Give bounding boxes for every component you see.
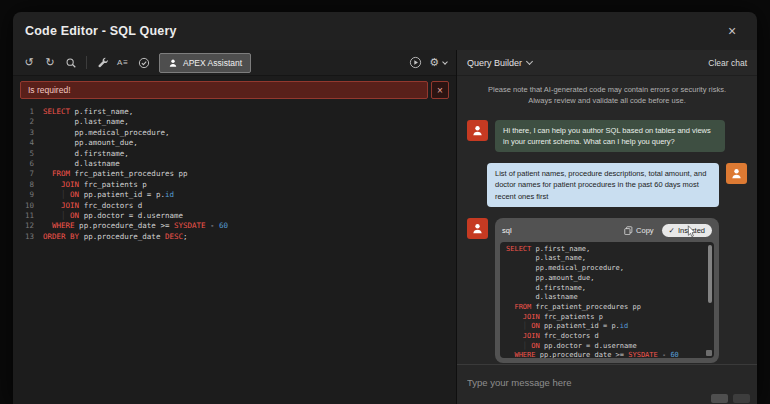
- code-line: 4 pp.amount_due,: [13, 138, 456, 148]
- line-number: 10: [13, 201, 43, 211]
- run-button[interactable]: [405, 53, 425, 73]
- redo-icon: ↻: [45, 56, 54, 69]
- undo-icon: ↺: [24, 56, 33, 69]
- line-number: 9: [13, 190, 43, 200]
- line-number: 12: [13, 221, 43, 231]
- editor-pane: ↺ ↻ A≡ APEX Assistant: [13, 50, 457, 404]
- line-number: 2: [13, 117, 43, 127]
- error-message-bar: Is required!: [20, 81, 428, 99]
- error-message: Is required!: [28, 85, 71, 95]
- dialog-header: Code Editor - SQL Query ×: [13, 12, 757, 50]
- toolbar-separator: [86, 56, 87, 69]
- dialog-close-button[interactable]: ×: [719, 18, 745, 44]
- copy-button[interactable]: Copy: [624, 226, 654, 235]
- code-card-header: sql Copy ✓ Inserted: [502, 224, 712, 237]
- chat-messages: Hi there, I can help you author SQL base…: [457, 107, 757, 365]
- tools-button[interactable]: [92, 53, 112, 73]
- code-line: d.firstname,: [506, 284, 708, 294]
- redo-button[interactable]: ↻: [40, 53, 60, 73]
- code-line: 8 JOIN frc_patients p: [13, 180, 456, 190]
- sql-code-editor[interactable]: 1SELECT p.first_name,2 p.last_name,3 pp.…: [13, 103, 456, 404]
- code-line: 10 JOIN frc_doctors d: [13, 201, 456, 211]
- ai-disclaimer: Please note that AI-generated code may c…: [482, 84, 732, 107]
- undo-button[interactable]: ↺: [19, 53, 39, 73]
- close-icon: ×: [728, 23, 736, 39]
- gear-icon: ⚙: [429, 56, 439, 69]
- error-close-button[interactable]: ×: [431, 81, 449, 99]
- error-row: Is required! ×: [20, 81, 449, 99]
- code-line: SELECT p.first_name,: [506, 245, 708, 255]
- footer-buttons: [711, 394, 750, 403]
- page-background: Code Editor - SQL Query × ↺ ↻ A≡: [0, 0, 770, 404]
- code-line: p.last_name,: [506, 254, 708, 264]
- line-number: 13: [13, 232, 43, 242]
- footer-button[interactable]: [733, 394, 750, 403]
- close-icon: ×: [437, 85, 443, 96]
- assistant-message-row: Hi there, I can help you author SQL base…: [467, 120, 747, 153]
- user-message: List of patient names, procedure descrip…: [487, 163, 719, 207]
- scroll-corner: [706, 350, 712, 356]
- code-editor-dialog: Code Editor - SQL Query × ↺ ↻ A≡: [13, 12, 757, 404]
- code-line: 5 d.firstname,: [13, 149, 456, 159]
- code-snippet[interactable]: SELECT p.first_name, p.last_name, pp.med…: [500, 242, 714, 358]
- wrench-icon: [97, 57, 108, 68]
- line-number: 1: [13, 107, 43, 117]
- line-number: 5: [13, 149, 43, 159]
- footer-button[interactable]: [711, 394, 728, 403]
- line-number: 7: [13, 169, 43, 179]
- dialog-title: Code Editor - SQL Query: [25, 24, 177, 38]
- editor-toolbar: ↺ ↻ A≡ APEX Assistant: [13, 50, 456, 76]
- play-circle-icon: [409, 56, 422, 69]
- person-icon: [168, 58, 178, 68]
- query-builder-label: Query Builder: [467, 58, 522, 68]
- chevron-down-icon: [526, 58, 533, 65]
- assistant-avatar: [467, 120, 488, 141]
- validate-button[interactable]: [134, 53, 154, 73]
- code-line: WHERE pp.procedure_date >= SYSDATE - 60: [506, 351, 708, 357]
- search-button[interactable]: [61, 53, 81, 73]
- code-line: │ ON pp.doctor = d.username: [506, 342, 708, 352]
- code-line: 6 d.lastname: [13, 159, 456, 169]
- person-icon: [471, 124, 484, 137]
- apex-assistant-button[interactable]: APEX Assistant: [159, 53, 251, 73]
- code-line: FROM frc_patient_procedures pp: [506, 303, 708, 313]
- chevron-down-icon: [442, 59, 448, 65]
- autocomplete-icon: A≡: [117, 58, 129, 67]
- mouse-cursor-icon: [687, 225, 697, 239]
- line-number: 4: [13, 138, 43, 148]
- chat-input[interactable]: [467, 377, 725, 388]
- code-line: 1SELECT p.first_name,: [13, 107, 456, 117]
- chat-input-row: [457, 364, 757, 404]
- settings-button[interactable]: ⚙: [426, 53, 450, 73]
- assistant-code-row: sql Copy ✓ Inserted: [467, 218, 747, 363]
- code-line: JOIN frc_patients p: [506, 313, 708, 323]
- person-icon: [471, 222, 484, 235]
- query-builder-dropdown[interactable]: Query Builder: [467, 58, 532, 68]
- assistant-avatar: [467, 218, 488, 239]
- user-avatar: [726, 163, 747, 184]
- code-line: d.lastname: [506, 293, 708, 303]
- code-scrollbar[interactable]: [708, 245, 712, 303]
- line-number: 11: [13, 211, 43, 221]
- copy-icon: [624, 226, 633, 235]
- assistant-header: Query Builder Clear chat: [457, 50, 757, 76]
- user-message-row: List of patient names, procedure descrip…: [467, 163, 747, 207]
- code-line: pp.medical_procedure,: [506, 264, 708, 274]
- code-line: │ ON pp.patient_id = p.id: [506, 322, 708, 332]
- code-line: JOIN frc_doctors d: [506, 332, 708, 342]
- line-number: 6: [13, 159, 43, 169]
- code-language-label: sql: [502, 226, 512, 235]
- copy-label: Copy: [636, 226, 654, 235]
- code-line: 3 pp.medical_procedure,: [13, 128, 456, 138]
- autocomplete-button[interactable]: A≡: [113, 53, 133, 73]
- code-line: 13ORDER BY pp.procedure_date DESC;: [13, 232, 456, 242]
- code-line: 11 │ ON pp.doctor = d.username: [13, 211, 456, 221]
- apex-assistant-label: APEX Assistant: [183, 58, 242, 68]
- clear-chat-button[interactable]: Clear chat: [708, 58, 747, 68]
- dialog-body: ↺ ↻ A≡ APEX Assistant: [13, 50, 757, 404]
- line-number: 3: [13, 128, 43, 138]
- check-icon: ✓: [669, 226, 675, 235]
- assistant-pane: Query Builder Clear chat Please note tha…: [457, 50, 757, 404]
- sql-code-card: sql Copy ✓ Inserted: [495, 218, 719, 363]
- code-line: 12 WHERE pp.procedure_date >= SYSDATE - …: [13, 221, 456, 231]
